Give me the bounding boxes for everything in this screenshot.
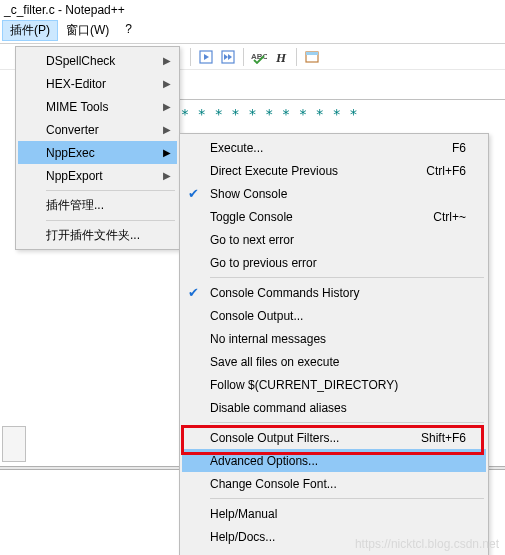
shortcut: Ctrl+~ [433,210,466,224]
menu-help[interactable]: ? [117,20,140,41]
menu-separator [210,498,484,499]
menu-label: Execute... [210,141,263,155]
menu-label: Disable command aliases [210,401,347,415]
menu-item-execute[interactable]: Execute... F6 [182,136,486,159]
menu-label: Save all files on execute [210,355,339,369]
menu-item-help-manual[interactable]: Help/Manual [182,502,486,525]
svg-text:ABC: ABC [251,52,267,61]
watermark: https://nicktcl.blog.csdn.net [355,537,499,551]
menu-label: Help/Manual [210,507,277,521]
menu-item-toggle-console[interactable]: Toggle Console Ctrl+~ [182,205,486,228]
menu-item-hexeditor[interactable]: HEX-Editor ▶ [18,72,177,95]
menu-label: Change Console Font... [210,477,337,491]
toolbar-separator [243,48,244,66]
menu-item-advanced-options[interactable]: Advanced Options... [182,449,486,472]
menu-label: Go to previous error [210,256,317,270]
menu-item-direct-execute[interactable]: Direct Execute Previous Ctrl+F6 [182,159,486,182]
heading-icon[interactable]: H [272,48,290,66]
shortcut: Shift+F6 [421,431,466,445]
menu-item-output-filters[interactable]: Console Output Filters... Shift+F6 [182,426,486,449]
menu-item-console-output[interactable]: Console Output... [182,304,486,327]
menu-label: HEX-Editor [46,77,106,91]
menu-item-no-internal[interactable]: No internal messages [182,327,486,350]
menu-plugins[interactable]: 插件(P) [2,20,58,41]
menu-label: DSpellCheck [46,54,115,68]
menu-label: Show Console [210,187,287,201]
menu-label: NppExport [46,169,103,183]
svg-rect-8 [306,52,318,55]
menu-label: Console Output... [210,309,303,323]
play-macro-icon[interactable] [197,48,215,66]
toolbar-separator [296,48,297,66]
submenu-arrow-icon: ▶ [163,170,171,181]
menu-item-nppexec[interactable]: NppExec ▶ [18,141,177,164]
svg-marker-4 [228,54,232,60]
menu-label: Console Commands History [210,286,359,300]
menu-label: Direct Execute Previous [210,164,338,178]
submenu-arrow-icon: ▶ [163,147,171,158]
check-icon: ✔ [188,186,199,201]
menu-item-change-font[interactable]: Change Console Font... [182,472,486,495]
menu-label: Go to next error [210,233,294,247]
menu-label: Follow $(CURRENT_DIRECTORY) [210,378,398,392]
toolbar-separator [190,48,191,66]
panel-icon[interactable] [303,48,321,66]
menu-label: Advanced Options... [210,454,318,468]
spellcheck-icon[interactable]: ABC [250,48,268,66]
menu-label: MIME Tools [46,100,108,114]
menubar: 插件(P) 窗口(W) ? [0,19,505,44]
menu-label: Converter [46,123,99,137]
svg-marker-1 [204,54,209,60]
menu-item-manage-plugins[interactable]: 插件管理... [18,194,177,217]
menu-item-goto-prev-error[interactable]: Go to previous error [182,251,486,274]
menu-item-save-all[interactable]: Save all files on execute [182,350,486,373]
menu-label: Console Output Filters... [210,431,339,445]
menu-item-mimetools[interactable]: MIME Tools ▶ [18,95,177,118]
gutter [2,426,26,462]
menu-label: Help/Docs... [210,530,275,544]
menu-separator [46,220,175,221]
plugins-dropdown: DSpellCheck ▶ HEX-Editor ▶ MIME Tools ▶ … [15,46,180,250]
menu-window[interactable]: 窗口(W) [58,20,117,41]
svg-text:H: H [275,50,287,64]
menu-separator [210,422,484,423]
menu-item-disable-aliases[interactable]: Disable command aliases [182,396,486,419]
check-icon: ✔ [188,285,199,300]
submenu-arrow-icon: ▶ [163,55,171,66]
menu-item-open-plugin-folder[interactable]: 打开插件文件夹... [18,224,177,247]
submenu-arrow-icon: ▶ [163,124,171,135]
menu-label: NppExec [46,146,95,160]
window-title: _c_filter.c - Notepad++ [0,0,505,19]
submenu-arrow-icon: ▶ [163,78,171,89]
nppexec-submenu: Execute... F6 Direct Execute Previous Ct… [179,133,489,555]
menu-label: 插件管理... [46,197,104,214]
menu-item-goto-next-error[interactable]: Go to next error [182,228,486,251]
menu-item-dspellcheck[interactable]: DSpellCheck ▶ [18,49,177,72]
svg-marker-3 [224,54,228,60]
shortcut: Ctrl+F6 [426,164,466,178]
menu-item-show-console[interactable]: ✔ Show Console [182,182,486,205]
menu-label: No internal messages [210,332,326,346]
menu-separator [210,277,484,278]
menu-label: 打开插件文件夹... [46,227,140,244]
submenu-arrow-icon: ▶ [163,101,171,112]
menu-item-cmd-history[interactable]: ✔ Console Commands History [182,281,486,304]
menu-separator [46,190,175,191]
menu-label: Toggle Console [210,210,293,224]
shortcut: F6 [452,141,466,155]
menu-item-converter[interactable]: Converter ▶ [18,118,177,141]
fast-forward-icon[interactable] [219,48,237,66]
menu-item-nppexport[interactable]: NppExport ▶ [18,164,177,187]
menu-item-follow-dir[interactable]: Follow $(CURRENT_DIRECTORY) [182,373,486,396]
